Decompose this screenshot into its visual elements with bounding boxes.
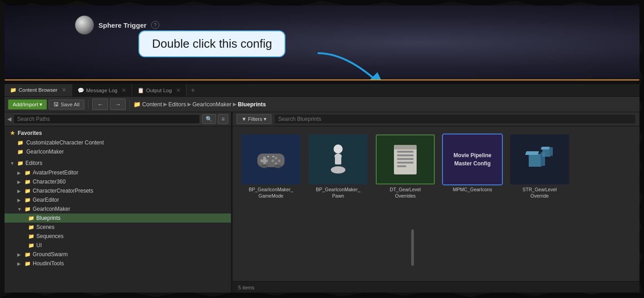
sphere-help-icon[interactable]: ? bbox=[151, 21, 159, 29]
tree-group-charcreator[interactable]: ▶ 📁 CharacterCreatorPresets bbox=[5, 186, 231, 195]
tree-group-avatar[interactable]: ▶ 📁 AvatarPresetEditor bbox=[5, 168, 231, 177]
tab-add-btn[interactable]: + bbox=[187, 84, 200, 96]
folder-icon-ui: 📁 bbox=[28, 243, 34, 248]
sidebar-view-button[interactable]: ≡ bbox=[218, 114, 228, 124]
tab-ml-close[interactable]: ✕ bbox=[122, 87, 126, 94]
svg-rect-3 bbox=[261, 159, 268, 162]
svg-point-6 bbox=[275, 162, 277, 165]
folder-icon-gearmaker: 📁 bbox=[25, 206, 31, 212]
sidebar-favorites-header[interactable]: ★ Favorites bbox=[5, 128, 231, 138]
tree-label-geareditor: GearEditor bbox=[33, 197, 59, 203]
asset-item-str-gear[interactable]: STR_GearLevelOverride bbox=[508, 133, 571, 201]
chevron-editors: ▼ bbox=[10, 161, 15, 166]
content-panel: ▼ Filters ▾ bbox=[233, 112, 639, 293]
folder-icon-avatar: 📁 bbox=[25, 170, 31, 176]
tree-group-geareditor[interactable]: ▶ 📁 GearEditor bbox=[5, 195, 231, 204]
favorites-label: Favorites bbox=[18, 130, 42, 136]
asset-label-bp-gamemode: BP_GearIconMaker_GameMode bbox=[249, 187, 293, 199]
tree-item-scenes[interactable]: 📁 Scenes bbox=[5, 223, 231, 232]
asset-item-bp-gamemode[interactable]: BP_GearIconMaker_GameMode bbox=[239, 133, 303, 201]
svg-rect-21 bbox=[397, 165, 406, 167]
breadcrumb-sep-1: ▶ bbox=[163, 101, 167, 107]
content-toolbar: ▼ Filters ▾ bbox=[233, 112, 639, 126]
tree-label-sequences: Sequences bbox=[36, 233, 64, 239]
add-import-button[interactable]: Add/Import ▾ bbox=[8, 99, 47, 109]
svg-rect-28 bbox=[550, 147, 553, 156]
tree-item-sequences[interactable]: 📁 Sequences bbox=[5, 232, 231, 241]
sphere-icon bbox=[75, 15, 94, 35]
asset-thumb-bp-pawn bbox=[309, 134, 368, 184]
tree-item-ui[interactable]: 📁 UI bbox=[5, 241, 231, 250]
svg-rect-26 bbox=[542, 149, 551, 157]
tab-content-browser[interactable]: 📁 Content Browser ✕ bbox=[5, 84, 72, 96]
back-button[interactable]: ← bbox=[92, 99, 108, 110]
asset-item-bp-pawn[interactable]: BP_GearIconMaker_Pawn bbox=[306, 133, 370, 201]
breadcrumb-sep-3: ▶ bbox=[233, 101, 236, 107]
asset-item-mpmc[interactable]: Movie PipelineMaster Config MPMC_GearIco… bbox=[441, 133, 504, 201]
tree-label-scenes: Scenes bbox=[36, 224, 54, 230]
chevron-charcreator: ▶ bbox=[17, 189, 23, 194]
tree-item-gearmaker-fav[interactable]: 📁 GearIconMaker bbox=[5, 147, 231, 156]
tab-bar: 📁 Content Browser ✕ 💬 Message Log ✕ 📋 Ou… bbox=[5, 84, 639, 97]
tree-group-houdinitools[interactable]: ▶ 📁 HoudiniTools bbox=[5, 259, 231, 268]
sidebar: ◀ 🔍 ≡ ★ Favorites 📁 CustomizableCharacte… bbox=[5, 112, 231, 293]
svg-rect-17 bbox=[397, 151, 413, 153]
tree-group-editors[interactable]: ▼ 📁 Editors bbox=[5, 158, 231, 168]
folder-icon-editors: 📁 bbox=[17, 160, 24, 166]
search-paths-button[interactable]: 🔍 bbox=[202, 114, 216, 124]
tree-group-char360[interactable]: ▶ 📁 Character360 bbox=[5, 177, 231, 186]
tree-item-blueprints[interactable]: 📁 Blueprints bbox=[5, 214, 231, 223]
tab-message-log[interactable]: 💬 Message Log ✕ bbox=[72, 84, 132, 96]
breadcrumb-item-editors[interactable]: Editors bbox=[168, 101, 186, 108]
tab-cb-close[interactable]: ✕ bbox=[62, 87, 66, 93]
save-all-button[interactable]: 🖫 Save All bbox=[49, 99, 84, 109]
tree-label-customizable: CustomizableCharacter Content bbox=[26, 139, 104, 146]
toolbar: Add/Import ▾ 🖫 Save All ← → 📁 Content ▶ … bbox=[5, 97, 639, 112]
asset-thumb-dt-gear bbox=[376, 134, 435, 184]
svg-rect-18 bbox=[397, 154, 413, 156]
tree-group-gearmaker[interactable]: ▼ 📁 GearIconMaker bbox=[5, 204, 231, 214]
asset-label-mpmc: MPMC_GearIcons bbox=[453, 187, 492, 193]
sidebar-collapse-icon[interactable]: ◀ bbox=[7, 116, 11, 122]
tree-group-groundswarm[interactable]: ▶ 📁 GroundSwarm bbox=[5, 250, 231, 259]
viewport: Sphere Trigger ? Double click this confi… bbox=[5, 5, 639, 80]
chevron-char360: ▶ bbox=[17, 179, 23, 184]
folder-icon-geareditor: 📁 bbox=[25, 197, 31, 203]
tab-ml-icon: 💬 bbox=[78, 87, 84, 94]
breadcrumb-item-content[interactable]: Content bbox=[142, 101, 162, 108]
tab-output-log[interactable]: 📋 Output Log ✕ bbox=[132, 84, 187, 96]
chevron-geareditor: ▶ bbox=[17, 198, 23, 203]
forward-button[interactable]: → bbox=[110, 99, 126, 110]
svg-rect-23 bbox=[529, 154, 541, 167]
tree-label-ui: UI bbox=[36, 242, 42, 248]
search-paths-input[interactable] bbox=[13, 114, 200, 124]
filters-button[interactable]: ▼ Filters ▾ bbox=[236, 114, 271, 124]
breadcrumb-item-blueprints[interactable]: Blueprints bbox=[238, 101, 266, 108]
chevron-houdinitools: ▶ bbox=[17, 261, 23, 266]
tab-ol-label: Output Log bbox=[146, 88, 172, 93]
folder-icon-char360: 📁 bbox=[25, 179, 31, 185]
svg-rect-19 bbox=[397, 158, 413, 160]
svg-rect-20 bbox=[397, 162, 413, 164]
orange-separator bbox=[5, 79, 639, 80]
tab-cb-icon: 📁 bbox=[10, 87, 16, 93]
svg-rect-14 bbox=[335, 156, 341, 164]
chevron-avatar: ▶ bbox=[17, 170, 23, 175]
breadcrumb-folder-icon: 📁 bbox=[133, 101, 141, 108]
tree-item-customizable[interactable]: 📁 CustomizableCharacter Content bbox=[5, 138, 231, 147]
toolbar-sep-1 bbox=[88, 100, 88, 109]
content-area: ◀ 🔍 ≡ ★ Favorites 📁 CustomizableCharacte… bbox=[5, 112, 639, 293]
asset-label-bp-pawn: BP_GearIconMaker_Pawn bbox=[316, 187, 360, 199]
folder-icon-customizable: 📁 bbox=[17, 140, 24, 146]
content-search-input[interactable] bbox=[274, 114, 636, 124]
svg-point-12 bbox=[334, 144, 343, 154]
svg-rect-22 bbox=[394, 145, 417, 149]
svg-rect-27 bbox=[541, 147, 550, 149]
star-icon: ★ bbox=[10, 130, 15, 136]
breadcrumb-item-gearmaker[interactable]: GearIconMaker bbox=[192, 101, 231, 108]
assets-grid: BP_GearIconMaker_GameMode BP_G bbox=[233, 126, 639, 281]
folder-icon-sequences: 📁 bbox=[28, 233, 34, 239]
tab-ol-close[interactable]: ✕ bbox=[176, 87, 181, 94]
asset-thumb-mpmc: Movie PipelineMaster Config bbox=[443, 134, 502, 184]
asset-item-dt-gear[interactable]: DT_GearLevelOverrides bbox=[374, 133, 437, 201]
